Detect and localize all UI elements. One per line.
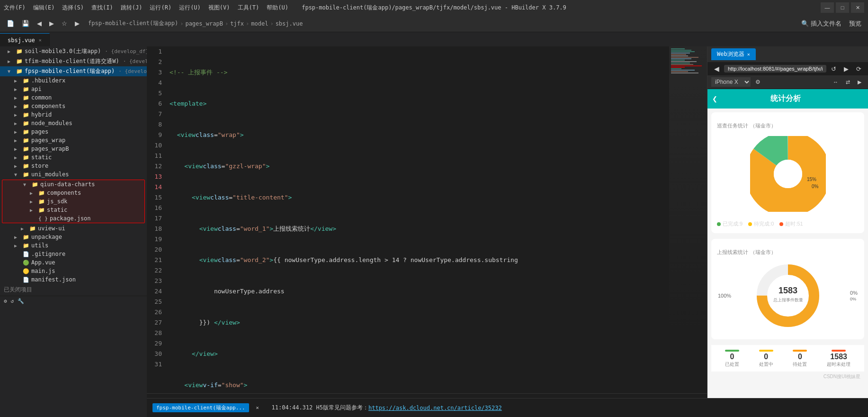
forward-button[interactable]: ▶ (46, 19, 57, 28)
minimize-button[interactable]: — (821, 2, 834, 13)
tree-arrow-pages: ▶ (14, 129, 21, 135)
close-button[interactable]: ✕ (851, 2, 864, 13)
menu-item[interactable]: 编辑(E) (33, 4, 55, 12)
tree-arrow-node-modules: ▶ (14, 121, 21, 126)
menu-item[interactable]: 工具(T) (238, 4, 260, 12)
sidebar-item-hbuilderx[interactable]: ▶ 📁 .hbuilderx (0, 76, 147, 85)
web-tab-close-button[interactable]: ✕ (747, 52, 750, 57)
sidebar-item-store[interactable]: ▶ 📁 store (0, 162, 147, 170)
footer-icon1[interactable]: ⚙ (4, 298, 7, 304)
code-content[interactable]: <!-- 上报事件 --> <template> <view class="wr… (166, 46, 669, 393)
menu-bar[interactable]: 文件(F)编辑(E)选择(S)查找(I)跳转(J)运行(R)运行(U)视图(V)… (4, 4, 288, 12)
star-button[interactable]: ☆ (59, 19, 70, 28)
menu-item[interactable]: 跳转(J) (121, 4, 143, 12)
breadcrumb-file[interactable]: sbsj.vue (276, 20, 303, 27)
menu-item[interactable]: 选择(S) (62, 4, 84, 12)
sidebar-item-static2[interactable]: ▶ 📁 static (2, 206, 144, 214)
web-browser-tab[interactable]: Web浏览器 ✕ (711, 48, 756, 60)
code-line-11: <view v-if="show"> (170, 380, 669, 390)
folder-icon-utils: 📁 (23, 243, 29, 249)
back-button[interactable]: ◀ (34, 19, 45, 28)
menu-item[interactable]: 视图(V) (208, 4, 230, 12)
sidebar-item-appvue[interactable]: ▶ 🟢 App.vue (0, 258, 147, 267)
menu-item[interactable]: 运行(R) (150, 4, 171, 12)
window-controls[interactable]: — □ ✕ (821, 2, 864, 13)
device-select[interactable]: iPhone X iPhone 12 (711, 77, 751, 87)
new-file-button[interactable]: 📄 (4, 19, 17, 28)
legend-dot-completed (717, 222, 721, 226)
web-toolbar: ◀ ↺ ▶ ⟳ (707, 62, 868, 75)
sidebar-item-soil[interactable]: ▶ 📁 soil-mobile3.0(土壤app) · {develop_df} (0, 46, 147, 56)
app-back-icon[interactable]: ❮ (712, 94, 717, 104)
web-tool3[interactable]: ▶ (855, 78, 864, 86)
breadcrumb-folder2[interactable]: tjfx (230, 20, 244, 27)
sidebar-item-manifestjson[interactable]: ▶ 📄 manifest.json (0, 275, 147, 284)
menu-item[interactable]: 文件(F) (4, 4, 26, 12)
run-button[interactable]: ▶ (72, 19, 82, 28)
editor-scrollbar[interactable] (147, 393, 707, 398)
sidebar-item-pages[interactable]: ▶ 📁 pages (0, 127, 147, 136)
tab-sbsj[interactable]: sbsj.vue ✕ (0, 33, 50, 46)
maximize-button[interactable]: □ (836, 2, 849, 13)
xunjia-legend: 已完成:9 待完成:0 超时:51 (717, 220, 859, 227)
web-url-input[interactable] (724, 65, 826, 73)
app-body: 巡查任务统计 （瑞金市） (707, 109, 868, 398)
sidebar-label-node-modules: node_modules (31, 120, 72, 127)
sidebar-item-js-sdk[interactable]: ▶ 📁 js_sdk (2, 197, 144, 206)
menu-item[interactable]: 查找(I) (91, 4, 113, 12)
console-close-btn[interactable]: × (251, 403, 264, 413)
sidebar-item-uview-ui[interactable]: ▶ 📁 uview-ui (0, 224, 147, 233)
breadcrumb-folder1[interactable]: pages_wrapB (185, 20, 223, 27)
footer-icon3[interactable]: 🔧 (18, 298, 24, 304)
sidebar-item-uni-modules[interactable]: ▼ 📁 uni_modules (0, 170, 147, 179)
sidebar-item-gitignore[interactable]: ▶ 📄 .gitignore (0, 250, 147, 258)
folder-icon: 📁 (16, 48, 23, 54)
breadcrumb-app[interactable]: fpsp-mobile-client(瑞金app) (88, 19, 178, 27)
sidebar-label-static2: static (47, 207, 67, 213)
sidebar-item-mainjs[interactable]: ▶ 🟡 main.js (0, 267, 147, 275)
sidebar-item-api[interactable]: ▶ 📁 api (0, 85, 147, 93)
sidebar-item-unpackage[interactable]: ▶ 📁 unpackage (0, 233, 147, 241)
sidebar-label-static: static (31, 154, 52, 161)
device-settings-btn[interactable]: ⚙ (752, 78, 763, 86)
sidebar-item-static[interactable]: ▶ 📁 static (0, 153, 147, 162)
web-tool1[interactable]: ↔ (830, 78, 841, 86)
web-back-button[interactable]: ◀ (711, 64, 722, 73)
sidebar-label-pages-wrapb: pages_wrapB (31, 145, 69, 152)
web-refresh-button[interactable]: ↺ (828, 64, 839, 73)
tree-arrow-qiun: ▼ (23, 182, 30, 187)
web-forward-button[interactable]: ▶ (841, 64, 851, 73)
folder-icon-node-modules: 📁 (23, 120, 29, 127)
web-tool2[interactable]: ⇄ (843, 78, 853, 86)
sidebar-item-tfim[interactable]: ▶ 📁 tfim-mobile-client(道路交通W) · {develop… (0, 56, 147, 66)
folder-icon-qiun: 📁 (32, 181, 38, 188)
code-line-3: <view class="wrap"> (170, 130, 669, 140)
sidebar-item-common[interactable]: ▶ 📁 common (0, 93, 147, 102)
tree-arrow-store: ▶ (14, 163, 21, 169)
console-link[interactable]: https://ask.dcloud.net.cn/article/35232 (368, 405, 502, 411)
menu-item[interactable]: 帮助(U) (267, 4, 288, 12)
ring-left-label: 100% (718, 293, 731, 299)
web-reload-button[interactable]: ⟳ (853, 64, 864, 73)
footer-icon2[interactable]: ↺ (11, 298, 14, 304)
menu-item[interactable]: 运行(U) (179, 4, 201, 12)
sidebar-item-hybrid[interactable]: ▶ 📁 hybrid (0, 110, 147, 119)
sidebar-label-soil: soil-mobile3.0(土壤app) (25, 47, 101, 55)
tab-close-button[interactable]: ✕ (39, 37, 42, 43)
sidebar-item-utils[interactable]: ▶ 📁 utils (0, 241, 147, 250)
breadcrumb-folder3[interactable]: model (251, 20, 268, 27)
sidebar-item-components2[interactable]: ▶ 📁 components (2, 189, 144, 197)
stat-yichuzhi: 0 已处置 (725, 349, 739, 368)
sidebar-item-qiun[interactable]: ▼ 📁 qiun-data-charts (2, 180, 144, 189)
sidebar-item-node-modules[interactable]: ▶ 📁 node_modules (0, 119, 147, 127)
sidebar-sublabel-tfim: · {develop} (123, 58, 147, 64)
sidebar-item-pages-wrapb[interactable]: ▶ 📁 pages_wrapB (0, 145, 147, 153)
sidebar-item-pages-wrap[interactable]: ▶ 📁 pages_wrap (0, 136, 147, 145)
preview-button[interactable]: 预览 (846, 18, 864, 29)
search-button[interactable]: 🔍 插入文件名 (798, 18, 844, 29)
sidebar-item-package-json[interactable]: ▶ { } package.json (2, 214, 144, 223)
save-button[interactable]: 💾 (19, 19, 32, 28)
sidebar-item-components[interactable]: ▶ 📁 components (0, 102, 147, 110)
sidebar-item-fpsp[interactable]: ▼ 📁 fpsp-mobile-client(瑞金app) · {develop… (0, 66, 147, 76)
code-line-9: }}) </view> (170, 317, 669, 328)
